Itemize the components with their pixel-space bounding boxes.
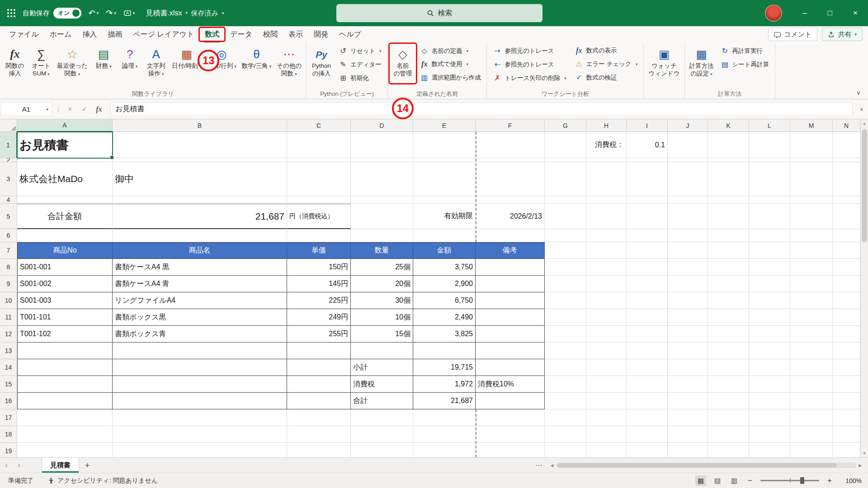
- cell-K5[interactable]: [708, 204, 749, 229]
- cell-E8[interactable]: 3,750: [413, 259, 476, 276]
- cell-A1[interactable]: お見積書: [17, 132, 113, 158]
- maximize-button[interactable]: □: [817, 0, 843, 26]
- cell-F16[interactable]: [476, 393, 545, 409]
- scroll-up-icon[interactable]: ▲: [861, 119, 868, 127]
- cell-F8[interactable]: [476, 259, 545, 276]
- row-header-17[interactable]: 17: [0, 409, 17, 426]
- cell-C17[interactable]: [287, 409, 351, 426]
- cell-L17[interactable]: [749, 409, 790, 426]
- cell-E18[interactable]: [413, 426, 476, 443]
- cell-G2[interactable]: [545, 158, 586, 162]
- cell-M4[interactable]: [790, 196, 833, 204]
- sheet-nav-right-button[interactable]: ›: [13, 460, 25, 470]
- document-title[interactable]: 見積書.xlsx • 保存済み ▾: [146, 9, 224, 18]
- cell-C14[interactable]: [287, 359, 351, 376]
- scroll-left-icon[interactable]: ◀: [548, 463, 556, 468]
- column-header-D[interactable]: D: [351, 119, 413, 132]
- cell-B11[interactable]: 書類ボックス黒: [113, 309, 287, 326]
- cell-N16[interactable]: [833, 393, 860, 409]
- cell-M19[interactable]: [790, 443, 833, 457]
- cell-K4[interactable]: [708, 196, 749, 204]
- cell-K8[interactable]: [708, 259, 749, 276]
- cell-B19[interactable]: [113, 443, 287, 457]
- column-header-N[interactable]: N: [833, 119, 860, 132]
- cell-M14[interactable]: [790, 359, 833, 376]
- search-box[interactable]: 検索: [336, 4, 542, 22]
- cell-B8[interactable]: 書類ケースA4 黒: [113, 259, 287, 276]
- column-header-I[interactable]: I: [627, 119, 668, 132]
- cell-J3[interactable]: [668, 162, 708, 196]
- cell-K6[interactable]: [708, 229, 749, 242]
- cell-E10[interactable]: 6,750: [413, 292, 476, 309]
- zoom-slider[interactable]: [760, 480, 819, 481]
- cell-G6[interactable]: [545, 229, 586, 242]
- cell-A17[interactable]: [17, 409, 113, 426]
- ribbon-tab-review[interactable]: 校閲: [258, 26, 283, 42]
- formula-bar-expand-button[interactable]: ∨: [860, 102, 863, 116]
- cell-D5[interactable]: [351, 204, 413, 229]
- quick-command-button[interactable]: ▾: [123, 9, 135, 17]
- cell-K12[interactable]: [708, 326, 749, 343]
- row-header-16[interactable]: 16: [0, 393, 17, 409]
- ribbon-button-calculation-options[interactable]: ▦計算方法の設定▾: [687, 43, 717, 89]
- scroll-down-icon[interactable]: ▼: [861, 449, 868, 457]
- ribbon-button-remove-arrows[interactable]: ✗トレース矢印の削除▾: [490, 72, 569, 84]
- cell-C3[interactable]: [287, 162, 351, 196]
- cell-H15[interactable]: [586, 376, 627, 393]
- insert-function-button[interactable]: fx: [92, 102, 106, 116]
- cell-F13[interactable]: [476, 343, 545, 359]
- cell-M15[interactable]: [790, 376, 833, 393]
- ribbon-tab-draw[interactable]: 描画: [102, 26, 127, 42]
- cell-I7[interactable]: [627, 242, 668, 259]
- cell-G8[interactable]: [545, 259, 586, 276]
- cell-M13[interactable]: [790, 343, 833, 359]
- cell-I13[interactable]: [627, 343, 668, 359]
- cell-H6[interactable]: [586, 229, 627, 242]
- cell-G3[interactable]: [545, 162, 586, 196]
- cell-B3[interactable]: 御中: [113, 162, 287, 196]
- cell-H14[interactable]: [586, 359, 627, 376]
- cell-K18[interactable]: [708, 426, 749, 443]
- undo-button[interactable]: ↶ ▾: [89, 8, 99, 18]
- cell-J10[interactable]: [668, 292, 708, 309]
- cell-E11[interactable]: 2,490: [413, 309, 476, 326]
- cell-L11[interactable]: [749, 309, 790, 326]
- column-header-M[interactable]: M: [790, 119, 833, 132]
- ribbon-tab-developer[interactable]: 開発: [308, 26, 334, 42]
- cell-N18[interactable]: [833, 426, 860, 443]
- cell-N15[interactable]: [833, 376, 860, 393]
- column-header-F[interactable]: F: [476, 119, 545, 132]
- ribbon-button-insert-function[interactable]: fx関数の挿入: [2, 43, 28, 89]
- cell-D19[interactable]: [351, 443, 413, 457]
- horizontal-scrollbar-thumb[interactable]: [557, 463, 837, 468]
- cell-N1[interactable]: [833, 132, 860, 158]
- cell-E15[interactable]: 1,972: [413, 376, 476, 393]
- cell-I14[interactable]: [627, 359, 668, 376]
- cell-D11[interactable]: 10個: [351, 309, 413, 326]
- enter-button[interactable]: ✓: [78, 102, 91, 116]
- cell-F17[interactable]: [476, 409, 545, 426]
- cell-N11[interactable]: [833, 309, 860, 326]
- cell-J2[interactable]: [668, 158, 708, 162]
- cell-C2[interactable]: [287, 158, 351, 162]
- row-header-9[interactable]: 9: [0, 276, 17, 292]
- ribbon-button-name-manager[interactable]: ◇名前の管理: [390, 43, 416, 89]
- row-header-3[interactable]: 3: [0, 162, 17, 196]
- cell-I16[interactable]: [627, 393, 668, 409]
- cell-C19[interactable]: [287, 443, 351, 457]
- cell-E19[interactable]: [413, 443, 476, 457]
- row-header-2[interactable]: 2: [0, 158, 17, 162]
- cell-C12[interactable]: 255円: [287, 326, 351, 343]
- column-header-E[interactable]: E: [413, 119, 476, 132]
- cell-E13[interactable]: [413, 343, 476, 359]
- ribbon-button-python-initialize[interactable]: ⊞初期化: [335, 72, 385, 84]
- cell-A2[interactable]: [17, 158, 113, 162]
- cell-K15[interactable]: [708, 376, 749, 393]
- cell-N17[interactable]: [833, 409, 860, 426]
- cell-G7[interactable]: [545, 242, 586, 259]
- cell-N6[interactable]: [833, 229, 860, 242]
- cell-H12[interactable]: [586, 326, 627, 343]
- ribbon-button-error-checking[interactable]: ⚠エラー チェック▾: [571, 58, 641, 70]
- cell-D16[interactable]: 合計: [351, 393, 413, 409]
- ribbon-button-trace-precedents[interactable]: ⇢参照元のトレース: [490, 45, 569, 57]
